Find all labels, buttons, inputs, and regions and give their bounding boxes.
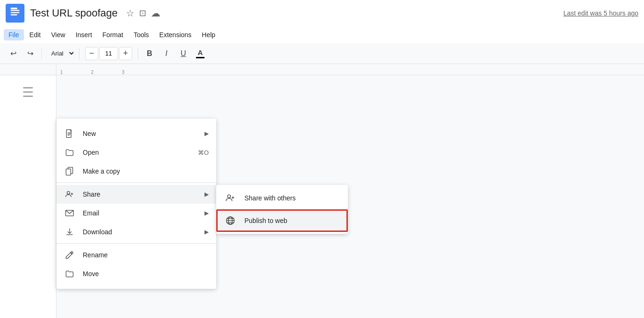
file-menu-move-label: Move — [83, 270, 209, 278]
publish-to-web-item[interactable]: Publish to web — [216, 209, 348, 232]
menu-item-format[interactable]: Format — [98, 29, 128, 40]
svg-point-13 — [228, 195, 230, 198]
svg-rect-1 — [11, 10, 20, 11]
file-menu-email[interactable]: Email ▶ — [56, 204, 216, 223]
toolbar-divider-3 — [138, 48, 138, 59]
menu-item-file[interactable]: File — [4, 29, 24, 40]
file-menu-share[interactable]: Share ▶ Share with others — [56, 185, 216, 204]
ruler-mark-2: 2 — [91, 70, 94, 75]
menu-item-edit[interactable]: Edit — [25, 29, 46, 40]
download-icon — [64, 226, 75, 238]
file-menu-section-1: New ▶ Open ⌘O Make a — [56, 122, 216, 183]
file-menu-make-copy[interactable]: Make a copy — [56, 162, 216, 181]
publish-to-web-label: Publish to web — [244, 217, 287, 224]
file-menu-download-label: Download — [83, 228, 193, 236]
ruler-marks: 1 2 3 — [56, 64, 644, 75]
sidebar-panel: ☰ — [0, 75, 56, 318]
menu-item-view[interactable]: View — [47, 29, 70, 40]
file-menu-move[interactable]: Move — [56, 264, 216, 283]
share-with-others-icon — [224, 191, 237, 205]
move-icon — [64, 268, 75, 279]
share-with-others-item[interactable]: Share with others — [216, 187, 348, 209]
menu-item-extensions[interactable]: Extensions — [155, 29, 196, 40]
file-menu-section-3: Rename Move — [56, 244, 216, 285]
font-size-control: − + — [85, 47, 132, 60]
menu-bar: File Edit View Insert Format Tools Exten… — [0, 26, 644, 43]
italic-button[interactable]: I — [159, 46, 174, 61]
underline-button[interactable]: U — [176, 46, 191, 61]
rename-icon — [64, 249, 75, 261]
font-selector[interactable]: Arial — [46, 48, 75, 58]
file-menu-email-label: Email — [83, 209, 193, 217]
cloud-save-icon[interactable]: ☁ — [151, 8, 160, 19]
svg-rect-9 — [66, 169, 71, 175]
file-menu-share-arrow: ▶ — [204, 191, 209, 198]
last-edit-label: Last edit was 5 hours ago — [563, 9, 638, 17]
toolbar: ↩ ↪ Arial − + B I U A — [0, 43, 644, 64]
svg-rect-3 — [11, 14, 17, 15]
publish-to-web-icon — [224, 214, 237, 227]
svg-point-10 — [67, 191, 70, 194]
email-icon — [64, 207, 75, 219]
toolbar-divider-1 — [41, 48, 42, 59]
share-submenu: Share with others Publish — [216, 185, 348, 234]
font-size-increase-button[interactable]: + — [119, 47, 132, 60]
file-menu-download-arrow: ▶ — [204, 229, 209, 235]
title-icons-group: ☆ ⊡ ☁ — [126, 8, 160, 19]
svg-rect-2 — [11, 12, 20, 13]
svg-rect-0 — [11, 8, 17, 9]
file-menu-open[interactable]: Open ⌘O — [56, 143, 216, 162]
font-color-button[interactable]: A — [193, 46, 208, 61]
file-menu-open-label: Open — [83, 149, 190, 156]
menu-item-insert[interactable]: Insert — [71, 29, 97, 40]
menu-item-tools[interactable]: Tools — [129, 29, 154, 40]
file-menu-new[interactable]: New ▶ — [56, 124, 216, 143]
ruler-horizontal: 1 2 3 — [56, 64, 644, 75]
file-menu-new-arrow: ▶ — [204, 130, 209, 137]
font-size-input[interactable] — [99, 47, 118, 60]
toolbar-divider-2 — [79, 48, 79, 59]
file-menu-new-label: New — [83, 130, 193, 137]
share-with-others-label: Share with others — [244, 194, 296, 202]
ruler-side-left — [0, 64, 56, 75]
bold-button[interactable]: B — [142, 46, 157, 61]
menu-item-help[interactable]: Help — [197, 29, 220, 40]
copy-icon — [64, 166, 75, 177]
star-icon[interactable]: ☆ — [126, 8, 134, 19]
share-person-icon — [64, 189, 75, 200]
outline-icon: ☰ — [22, 85, 34, 100]
document-title: Test URL spoofage — [30, 7, 118, 19]
font-size-decrease-button[interactable]: − — [85, 47, 98, 60]
file-menu-section-2: Share ▶ Share with others — [56, 183, 216, 244]
file-menu-download[interactable]: Download ▶ — [56, 223, 216, 241]
new-document-icon — [64, 128, 75, 139]
file-menu-make-copy-label: Make a copy — [83, 167, 209, 175]
file-menu-dropdown: New ▶ Open ⌘O Make a — [56, 119, 216, 289]
font-color-bar — [196, 57, 204, 58]
move-to-folder-icon[interactable]: ⊡ — [139, 8, 146, 18]
font-color-label: A — [198, 48, 203, 56]
ruler-mark-1: 1 — [60, 70, 63, 75]
ruler-area: 1 2 3 — [0, 64, 644, 75]
top-bar: Test URL spoofage ☆ ⊡ ☁ Last edit was 5 … — [0, 0, 644, 26]
file-menu-email-arrow: ▶ — [204, 210, 209, 216]
ruler-mark-3: 3 — [122, 70, 125, 75]
file-menu-open-shortcut: ⌘O — [198, 149, 209, 156]
undo-button[interactable]: ↩ — [6, 46, 21, 61]
main-area: ☰ New ▶ — [0, 75, 644, 318]
file-menu-rename-label: Rename — [83, 251, 209, 259]
file-menu-share-label: Share — [83, 191, 193, 198]
open-folder-icon — [64, 147, 75, 158]
file-menu-rename[interactable]: Rename — [56, 246, 216, 264]
redo-button[interactable]: ↪ — [23, 46, 38, 61]
app-icon[interactable] — [6, 4, 24, 23]
